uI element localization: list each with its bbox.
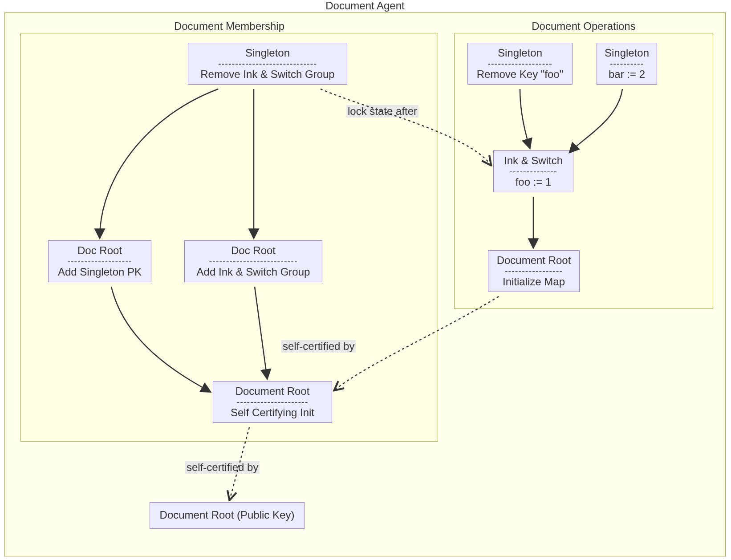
edge-label-self-certified-by-1: self-certified by	[281, 340, 356, 353]
node-title: Document Root	[219, 385, 326, 398]
node-op: foo := 1	[499, 175, 568, 188]
node-op: Add Singleton PK	[54, 265, 146, 278]
node-singleton-bar-assign-2: Singleton ---------- bar := 2	[597, 43, 657, 85]
cluster-title-document-membership: Document Membership	[21, 20, 438, 32]
node-title: Singleton	[473, 47, 567, 60]
node-divider: -------------------	[473, 60, 567, 67]
node-divider: --------------------------	[190, 258, 317, 265]
node-title: Doc Root	[54, 244, 146, 258]
node-singleton-remove-ink-switch: Singleton ----------------------------- …	[188, 43, 347, 85]
node-divider: ----------	[602, 60, 651, 67]
node-divider: --------------	[499, 168, 568, 175]
node-document-root-self-cert-init: Document Root --------------------- Self…	[213, 381, 332, 423]
node-divider: -----------------	[494, 268, 574, 275]
node-divider: -----------------------------	[194, 60, 341, 67]
cluster-title-document-operations: Document Operations	[455, 20, 713, 32]
node-divider: ---------------------	[219, 398, 326, 406]
node-op: Remove Key "foo"	[473, 67, 567, 81]
node-op: Self Certifying Init	[219, 406, 326, 419]
node-op: bar := 2	[602, 67, 651, 81]
node-title: Document Root (Public Key)	[155, 509, 299, 522]
edge-label-self-certified-by-2: self-certified by	[185, 461, 260, 474]
node-op: Remove Ink & Switch Group	[194, 67, 341, 81]
edge-label-lock-state-after: lock state after	[346, 105, 418, 118]
node-ink-switch-foo-assign-1: Ink & Switch -------------- foo := 1	[493, 150, 573, 192]
node-op: Initialize Map	[494, 275, 574, 288]
node-divider: -------------------	[54, 258, 146, 265]
node-doc-root-add-ink-switch: Doc Root -------------------------- Add …	[184, 240, 322, 282]
node-op: Add Ink & Switch Group	[190, 265, 317, 278]
cluster-title-document-agent: Document Agent	[5, 0, 725, 12]
node-document-root-public-key: Document Root (Public Key)	[150, 502, 305, 529]
node-title: Singleton	[602, 47, 651, 60]
node-title: Singleton	[194, 47, 341, 60]
node-doc-root-add-singleton-pk: Doc Root ------------------- Add Singlet…	[48, 240, 151, 282]
node-title: Ink & Switch	[499, 154, 568, 168]
node-document-root-initialize-map: Document Root ----------------- Initiali…	[488, 250, 580, 292]
node-title: Doc Root	[190, 244, 317, 258]
cluster-document-membership: Document Membership	[20, 33, 438, 442]
node-title: Document Root	[494, 254, 574, 268]
node-singleton-remove-key-foo: Singleton ------------------- Remove Key…	[467, 43, 573, 85]
